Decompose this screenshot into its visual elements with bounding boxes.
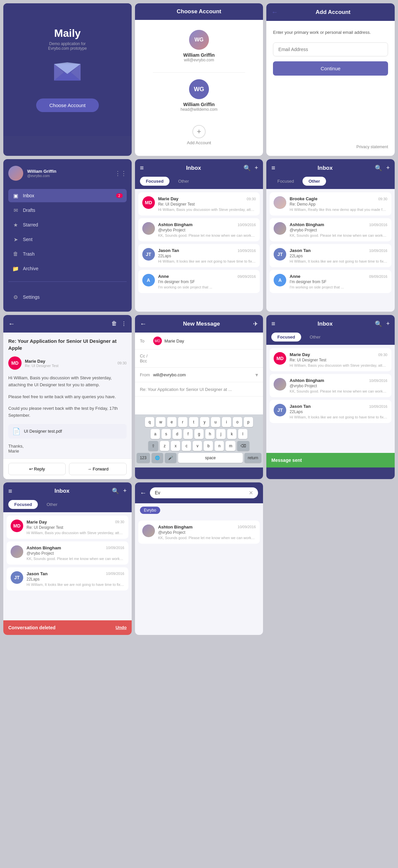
search-chip[interactable]: Evrybo <box>140 506 160 514</box>
tab-focused-3[interactable]: Focused <box>271 333 301 341</box>
message-card-other-2[interactable]: Ashton Bingham10/09/2016 @vrybo Project … <box>270 218 391 241</box>
to-value[interactable]: Marie Day <box>164 339 258 343</box>
key-space[interactable]: space <box>178 453 243 463</box>
search-clear-icon[interactable]: ✕ <box>249 490 253 496</box>
hamburger-icon[interactable]: ≡ <box>140 164 144 172</box>
tab-other-4[interactable]: Other <box>40 500 63 509</box>
add-account-back[interactable]: ← <box>271 8 278 16</box>
delete-icon[interactable]: 🗑 <box>112 320 117 327</box>
account-item-2[interactable]: WG William Griffin head@willdemo.com <box>180 79 218 112</box>
sidebar-item-trash[interactable]: 🗑 Trash <box>8 247 127 260</box>
account-item-1[interactable]: WG William Griffin will@evrybo.com <box>183 30 215 62</box>
sidebar-item-inbox[interactable]: ▣ Inbox 2 <box>8 189 127 202</box>
sidebar-item-starred[interactable]: ★ Starred <box>8 218 127 231</box>
tab-focused-2[interactable]: Focused <box>271 177 300 186</box>
search-back-icon[interactable]: ← <box>140 489 147 497</box>
message-card-other-4[interactable]: A Anne09/09/2016 I'm designer from SF I'… <box>270 270 391 293</box>
key-f[interactable]: f <box>183 429 193 439</box>
compose-icon-4[interactable]: + <box>123 487 127 495</box>
key-d[interactable]: d <box>173 429 182 439</box>
key-b[interactable]: b <box>204 441 213 451</box>
hamburger-icon-3[interactable]: ≡ <box>271 320 275 328</box>
key-q[interactable]: q <box>145 417 154 427</box>
privacy-statement-link[interactable]: Privacy statement <box>357 145 388 149</box>
key-m[interactable]: m <box>225 441 236 451</box>
search-icon-2[interactable]: 🔍 <box>375 164 382 172</box>
from-value[interactable]: will@evrybo.com <box>153 372 256 377</box>
message-card-4[interactable]: A Anne09/09/2016 I'm designer from SF I'… <box>138 270 260 293</box>
message-del-card-2[interactable]: Ashton Bingham10/09/2016 @vrybo Project … <box>7 541 128 565</box>
message-toast-card-3[interactable]: JT Jason Tan10/09/2016 22Laps Hi William… <box>270 400 391 423</box>
hamburger-icon-4[interactable]: ≡ <box>8 487 12 495</box>
compose-back[interactable]: ← <box>140 320 147 328</box>
send-icon[interactable]: ✈ <box>253 320 258 328</box>
key-l[interactable]: l <box>238 429 247 439</box>
email-input[interactable] <box>273 42 388 56</box>
compose-icon-3[interactable]: + <box>386 320 390 328</box>
tab-other[interactable]: Other <box>172 177 195 186</box>
message-card-1[interactable]: MD Marie Day09:30 Re: UI Designer Test H… <box>138 192 260 216</box>
tab-other-3[interactable]: Other <box>304 333 327 341</box>
key-a[interactable]: a <box>151 429 160 439</box>
key-y[interactable]: y <box>200 417 209 427</box>
compose-icon-2[interactable]: + <box>386 164 390 172</box>
attachment[interactable]: 📄 UI Designer test.pdf <box>8 424 127 439</box>
key-c[interactable]: c <box>182 441 191 451</box>
sidebar-item-drafts[interactable]: ✉ Drafts <box>8 204 127 217</box>
sidebar-menu-dots[interactable]: ⋮⋮ <box>115 170 127 177</box>
message-toast-card-2[interactable]: Ashton Bingham10/09/2016 @vrybo Project … <box>270 374 391 397</box>
message-card-other-3[interactable]: JT Jason Tan10/09/2016 22Laps Hi William… <box>270 244 391 267</box>
key-globe[interactable]: 🌐 <box>152 453 163 463</box>
key-e[interactable]: e <box>167 417 177 427</box>
key-mic[interactable]: 🎤 <box>165 453 177 463</box>
subject-input[interactable] <box>140 387 258 392</box>
tab-focused[interactable]: Focused <box>140 177 170 186</box>
compose-icon[interactable]: + <box>255 164 258 172</box>
key-n[interactable]: n <box>215 441 224 451</box>
key-j[interactable]: j <box>216 429 225 439</box>
detail-back[interactable]: ← <box>8 320 15 328</box>
key-i[interactable]: i <box>222 417 231 427</box>
sidebar-item-sent[interactable]: ➤ Sent <box>8 233 127 246</box>
key-123[interactable]: 123 <box>136 453 150 463</box>
message-del-card-1[interactable]: MD Marie Day09:30 Re: UI Designer Test H… <box>7 516 128 539</box>
key-z[interactable]: z <box>160 441 169 451</box>
key-r[interactable]: r <box>178 417 187 427</box>
reply-button[interactable]: ↩ Reply <box>8 463 66 475</box>
tab-other-2[interactable]: Other <box>303 177 326 186</box>
key-u[interactable]: u <box>211 417 220 427</box>
add-account-button[interactable]: + Add Account <box>187 125 211 145</box>
key-g[interactable]: g <box>194 429 204 439</box>
continue-button[interactable]: Continue <box>273 61 388 75</box>
message-card-3[interactable]: JT Jason Tan10/09/2016 22Laps Hi William… <box>138 244 260 267</box>
message-toast-card-1[interactable]: MD Marie Day09:30 Re: UI Designer Test H… <box>270 348 391 371</box>
search-input[interactable] <box>155 490 246 495</box>
key-k[interactable]: k <box>227 429 237 439</box>
key-return[interactable]: return <box>244 453 262 463</box>
key-t[interactable]: t <box>189 417 198 427</box>
from-dropdown-icon[interactable]: ▾ <box>255 372 258 378</box>
search-icon[interactable]: 🔍 <box>243 164 251 172</box>
choose-account-button[interactable]: Choose Account <box>36 98 99 112</box>
search-result-1[interactable]: Ashton Bingham10/09/2016 @vrybo Project … <box>138 521 260 544</box>
sidebar-item-archive[interactable]: 📁 Archive <box>8 262 127 275</box>
key-s[interactable]: s <box>161 429 171 439</box>
key-shift[interactable]: ⇧ <box>148 441 158 451</box>
key-o[interactable]: o <box>233 417 242 427</box>
message-card-2[interactable]: Ashton Bingham10/09/2016 @vrybo Project … <box>138 218 260 241</box>
sidebar-item-settings[interactable]: ⚙ Settings <box>8 290 127 304</box>
undo-button[interactable]: Undo <box>115 625 126 630</box>
key-h[interactable]: h <box>205 429 215 439</box>
more-icon[interactable]: ⋮ <box>121 320 127 327</box>
message-card-other-1[interactable]: Brooke Cagle09:30 Re: Demo App Hi Willia… <box>270 192 391 216</box>
key-backspace[interactable]: ⌫ <box>237 441 249 451</box>
message-del-card-3[interactable]: JT Jason Tan10/09/2016 22Laps Hi William… <box>7 567 128 590</box>
key-v[interactable]: v <box>193 441 202 451</box>
search-icon-4[interactable]: 🔍 <box>112 487 119 495</box>
search-input-container[interactable]: ✕ <box>150 487 258 498</box>
key-p[interactable]: p <box>244 417 253 427</box>
tab-focused-4[interactable]: Focused <box>8 500 38 509</box>
hamburger-icon-2[interactable]: ≡ <box>271 164 275 172</box>
key-x[interactable]: x <box>171 441 180 451</box>
forward-button[interactable]: → Forward <box>69 463 126 475</box>
